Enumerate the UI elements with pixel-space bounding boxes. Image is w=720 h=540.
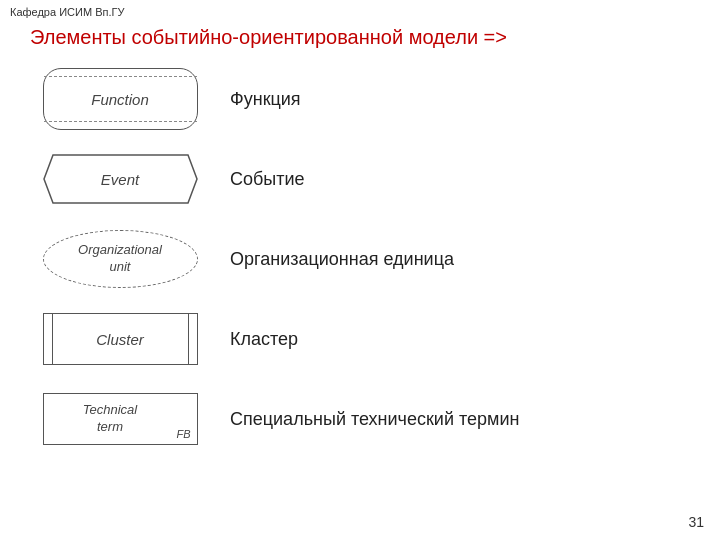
page-number: 31	[688, 514, 704, 530]
cluster-description: Кластер	[230, 329, 298, 350]
list-item: Function Функция	[30, 59, 710, 139]
cluster-shape-label: Cluster	[96, 331, 144, 348]
list-item: Technical term FB Специальный технически…	[30, 379, 710, 459]
org-description: Организационная единица	[230, 249, 454, 270]
cluster-shape-container: Cluster	[30, 313, 210, 365]
list-item: Event Событие	[30, 139, 710, 219]
event-description: Событие	[230, 169, 305, 190]
org-shape-container: Organizational unit	[30, 230, 210, 288]
org-shape: Organizational unit	[43, 230, 198, 288]
org-shape-label: Organizational unit	[78, 242, 162, 276]
cluster-shape: Cluster	[43, 313, 198, 365]
event-shape-label: Event	[101, 171, 139, 188]
function-description: Функция	[230, 89, 301, 110]
list-item: Cluster Кластер	[30, 299, 710, 379]
page-title: Элементы событийно-ориентированной модел…	[0, 18, 720, 59]
tech-shape-container: Technical term FB	[30, 393, 210, 445]
tech-shape-label: Technical term	[83, 402, 157, 436]
institution-label: Кафедра ИСИМ Вп.ГУ	[0, 0, 720, 18]
function-shape-label: Function	[91, 91, 149, 108]
tech-shape: Technical term FB	[43, 393, 198, 445]
tech-fb-label: FB	[176, 428, 190, 440]
function-shape-container: Function	[30, 68, 210, 130]
tech-description: Специальный технический термин	[230, 409, 519, 430]
content-area: Function Функция Event Событие Organizat…	[0, 59, 720, 459]
list-item: Organizational unit Организационная един…	[30, 219, 710, 299]
event-shape-container: Event	[30, 154, 210, 204]
function-shape: Function	[43, 68, 198, 130]
event-shape: Event	[43, 154, 198, 204]
